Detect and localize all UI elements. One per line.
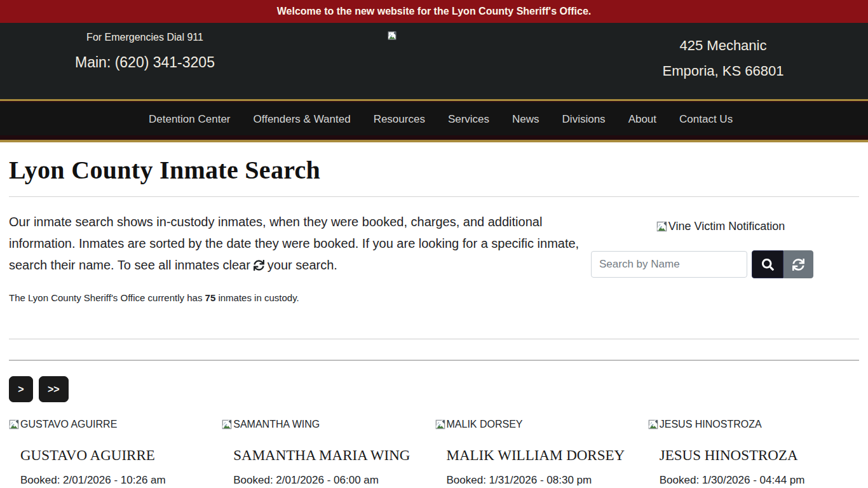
inmate-photo-broken: SAMANTHA WING	[222, 419, 433, 430]
header-logo-area	[290, 23, 578, 99]
site-header: For Emergencies Dial 911 Main: (620) 341…	[0, 23, 868, 99]
vine-notification-link[interactable]: Vine Victim Notification	[656, 220, 785, 233]
custody-count: 75	[205, 292, 216, 303]
welcome-banner-text: Welcome to the new website for the Lyon …	[277, 6, 592, 17]
broken-image-icon	[9, 419, 19, 430]
welcome-banner: Welcome to the new website for the Lyon …	[0, 0, 868, 23]
broken-image-icon	[435, 419, 445, 430]
inmate-card: MALIK DORSEY MALIK WILLIAM DORSEY Booked…	[435, 419, 646, 487]
nav-item-resources[interactable]: Resources	[374, 113, 425, 126]
intro-section: Our inmate search shows in-custody inmat…	[9, 211, 859, 303]
inmate-photo-alt: JESUS HINOSTROZA	[660, 419, 762, 430]
custody-count-line: The Lyon County Sheriff's Office current…	[9, 292, 582, 303]
inmate-name: GUSTAVO AGUIRRE	[20, 447, 220, 464]
next-page-button[interactable]: >	[9, 376, 33, 402]
intro-paragraph: Our inmate search shows in-custody inmat…	[9, 211, 582, 277]
search-button[interactable]	[752, 250, 783, 278]
inmate-booked-date: Booked: 2/01/2026 - 06:00 am	[233, 474, 433, 487]
inmate-name: SAMANTHA MARIA WING	[233, 447, 433, 464]
last-page-button[interactable]: >>	[39, 376, 69, 402]
nav-item-offenders-wanted[interactable]: Offenders & Wanted	[254, 113, 351, 126]
inmate-card: GUSTAVO AGUIRRE GUSTAVO AGUIRRE Booked: …	[9, 419, 220, 487]
main-content: Lyon County Inmate Search Our inmate sea…	[0, 155, 868, 487]
header-contact-block: For Emergencies Dial 911 Main: (620) 341…	[0, 23, 290, 71]
broken-image-icon	[222, 419, 232, 430]
inmate-photo-broken: MALIK DORSEY	[435, 419, 646, 430]
nav-item-services[interactable]: Services	[448, 113, 489, 126]
clear-search-refresh-icon[interactable]	[254, 255, 264, 277]
intro-text-after: your search.	[268, 258, 337, 272]
broken-image-icon	[656, 221, 667, 232]
nav-item-contact-us[interactable]: Contact Us	[679, 113, 733, 126]
refresh-icon	[792, 259, 804, 271]
inmate-card: SAMANTHA WING SAMANTHA MARIA WING Booked…	[222, 419, 433, 487]
phone-number[interactable]: Main: (620) 341-3205	[0, 54, 290, 71]
vine-notification-area: Vine Victim Notification	[582, 220, 859, 234]
search-buttons	[752, 250, 813, 278]
intro-text-block: Our inmate search shows in-custody inmat…	[9, 211, 582, 303]
inmate-photo-alt: SAMANTHA WING	[233, 419, 320, 430]
nav-item-news[interactable]: News	[512, 113, 539, 126]
inmate-name: MALIK WILLIAM DORSEY	[447, 447, 646, 464]
section-divider-top	[9, 339, 859, 339]
broken-image-icon	[388, 31, 397, 40]
address-line1: 425 Mechanic	[578, 33, 868, 58]
inmate-booked-date: Booked: 2/01/2026 - 10:26 am	[20, 474, 220, 487]
inmate-search-group	[591, 250, 859, 278]
nav-item-divisions[interactable]: Divisions	[562, 113, 606, 126]
search-icon	[762, 259, 774, 271]
pagination: > >>	[9, 376, 859, 402]
search-input[interactable]	[591, 251, 747, 278]
page-title: Lyon County Inmate Search	[9, 155, 859, 185]
address-line2: Emporia, KS 66801	[578, 58, 868, 84]
inmate-photo-broken: GUSTAVO AGUIRRE	[9, 419, 220, 430]
inmate-name: JESUS HINOSTROZA	[660, 447, 859, 464]
main-nav: Detention Center Offenders & Wanted Reso…	[0, 99, 868, 142]
title-divider	[9, 196, 859, 197]
inmate-booked-date: Booked: 1/31/2026 - 08:30 pm	[447, 474, 646, 487]
inmate-photo-alt: GUSTAVO AGUIRRE	[20, 419, 117, 430]
inmate-card: JESUS HINOSTROZA JESUS HINOSTROZA Booked…	[648, 419, 859, 487]
custody-text-before: The Lyon County Sheriff's Office current…	[9, 292, 205, 303]
vine-notification-label: Vine Victim Notification	[668, 220, 785, 233]
broken-image-icon	[648, 419, 658, 430]
inmate-list: GUSTAVO AGUIRRE GUSTAVO AGUIRRE Booked: …	[9, 419, 859, 487]
header-address-block: 425 Mechanic Emporia, KS 66801	[578, 23, 868, 84]
nav-item-detention-center[interactable]: Detention Center	[149, 113, 231, 126]
inmate-photo-alt: MALIK DORSEY	[447, 419, 523, 430]
custody-text-after: inmates in custody.	[215, 292, 299, 303]
emergency-text: For Emergencies Dial 911	[0, 32, 290, 43]
nav-item-about[interactable]: About	[628, 113, 656, 126]
section-divider-bottom	[9, 360, 859, 361]
inmate-booked-date: Booked: 1/30/2026 - 04:44 pm	[660, 474, 859, 487]
page-root: Welcome to the new website for the Lyon …	[0, 0, 868, 487]
search-panel: Vine Victim Notification	[582, 211, 859, 303]
refresh-button[interactable]	[783, 250, 813, 278]
inmate-photo-broken: JESUS HINOSTROZA	[648, 419, 859, 430]
